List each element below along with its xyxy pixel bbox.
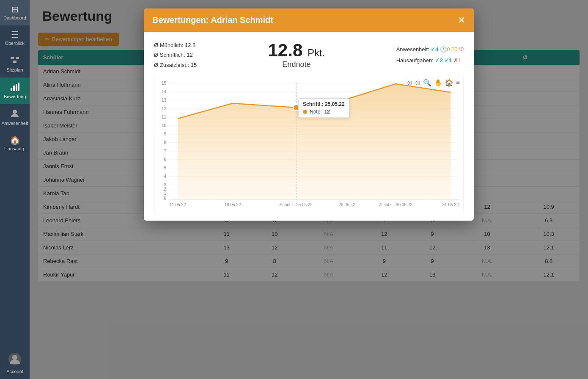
svg-text:28.05.22: 28.05.22 — [339, 202, 355, 207]
svg-rect-4 — [13, 86, 15, 91]
modal-title: Bewertungen: Adrian Schmidt — [152, 15, 273, 25]
hausaufg-icon: 🏠 — [10, 136, 20, 144]
sidebar-item-sitzplan[interactable]: Sitzplan — [0, 51, 30, 77]
zoom-out-icon[interactable]: ⊖ — [415, 79, 420, 87]
sidebar-item-anwesenheit[interactable]: Anwesenheit — [0, 104, 30, 131]
home-reset-icon[interactable]: 🏠 — [445, 79, 453, 87]
svg-rect-3 — [11, 88, 12, 91]
modal-close-button[interactable]: ✕ — [458, 16, 465, 25]
svg-text:0: 0 — [164, 196, 166, 201]
anwesenheit-clock-icon: 🕐0 — [440, 46, 450, 53]
anwesenheit-row: Anwesenheit: ✓4 🕐0 ?0 !0 — [396, 44, 464, 55]
stats-center: 12.8 Pkt. Endnote — [268, 41, 325, 69]
sidebar-label-dashboard: Dashboard — [3, 15, 26, 20]
svg-text:9: 9 — [164, 132, 166, 136]
pan-icon[interactable]: ✋ — [434, 79, 442, 87]
main-content: Bewertung ✏ Bewertungen bearbeiten Schül… — [30, 0, 588, 379]
svg-point-7 — [13, 110, 17, 114]
svg-text:7: 7 — [164, 149, 166, 153]
svg-text:8: 8 — [164, 140, 166, 145]
stat-zusatz: Ø Zusatzleist.: 15 — [154, 60, 197, 70]
svg-text:31.05.22: 31.05.22 — [442, 202, 459, 207]
sidebar: ⊞ Dashboard ☰ Überblick Sitzplan Bewertu… — [0, 0, 30, 379]
hausaufgaben-cross-icon: ✗1 — [453, 57, 461, 64]
bewertung-icon — [10, 83, 19, 92]
svg-marker-42 — [178, 84, 451, 200]
sidebar-item-dashboard[interactable]: ⊞ Dashboard — [0, 0, 30, 25]
sidebar-item-hausaufg[interactable]: 🏠 Hausaufg. — [0, 131, 30, 156]
search-zoom-icon[interactable]: 🔍 — [423, 79, 431, 87]
hausaufgaben-row: Hausaufgaben: ✓2 ✓1 ✗1 — [396, 55, 464, 66]
anwesenheit-icon — [10, 109, 19, 119]
stats-left: Ø Mündlich: 12.8 Ø Schriftlich: 12 Ø Zus… — [154, 40, 197, 70]
svg-text:Schriftl.: 25.05.22: Schriftl.: 25.05.22 — [280, 202, 313, 207]
sitzplan-icon — [10, 56, 20, 66]
endnote-label: Endnote — [268, 60, 325, 69]
sidebar-label-sitzplan: Sitzplan — [6, 67, 23, 72]
sidebar-label-account: Account — [6, 369, 23, 374]
sidebar-item-uberblick[interactable]: ☰ Überblick — [0, 25, 30, 51]
sidebar-item-bewertung[interactable]: Bewertung — [0, 77, 30, 104]
svg-text:1: 1 — [164, 191, 166, 196]
stats-right: Anwesenheit: ✓4 🕐0 ?0 !0 Hausaufgaben: ✓… — [396, 44, 464, 66]
anwesenheit-question-icon: ?0 — [451, 46, 457, 53]
svg-rect-2 — [13, 61, 16, 63]
svg-rect-5 — [16, 84, 17, 91]
uberblick-icon: ☰ — [11, 30, 19, 39]
score-unit: Pkt. — [308, 47, 325, 58]
account-icon — [8, 352, 22, 367]
svg-text:Zusatzl.: 30.05.22: Zusatzl.: 30.05.22 — [379, 202, 412, 207]
svg-rect-0 — [11, 57, 14, 59]
svg-text:10: 10 — [162, 123, 167, 128]
sidebar-item-account[interactable]: Account — [0, 347, 30, 379]
dashboard-icon: ⊞ — [11, 5, 19, 14]
sidebar-label-anwesenheit: Anwesenheit — [2, 121, 28, 126]
sidebar-label-hausaufg: Hausaufg. — [4, 146, 25, 151]
sidebar-label-bewertung: Bewertung — [4, 94, 26, 99]
svg-point-43 — [293, 105, 299, 111]
svg-text:5: 5 — [164, 166, 166, 170]
stat-schriftlich: Ø Schriftlich: 12 — [154, 50, 197, 60]
svg-text:12: 12 — [162, 106, 167, 111]
menu-icon[interactable]: ≡ — [456, 79, 460, 87]
anwesenheit-check-icon: ✓4 — [431, 46, 438, 53]
modal-body: Ø Mündlich: 12.8 Ø Schriftlich: 12 Ø Zus… — [144, 32, 474, 221]
svg-point-9 — [12, 355, 17, 360]
svg-rect-1 — [16, 57, 19, 59]
svg-text:6: 6 — [164, 157, 166, 162]
sidebar-label-uberblick: Überblick — [5, 41, 25, 46]
svg-text:4: 4 — [164, 174, 166, 179]
hausaufgaben-check2-icon: ✓1 — [444, 57, 452, 64]
modal-header: Bewertungen: Adrian Schmidt ✕ — [144, 8, 474, 32]
svg-text:11: 11 — [162, 115, 167, 119]
anwesenheit-exclaim-icon: !0 — [459, 46, 464, 53]
modal: Bewertungen: Adrian Schmidt ✕ Ø Mündlich… — [144, 8, 474, 221]
svg-text:18.05.22: 18.05.22 — [225, 202, 241, 207]
svg-text:14: 14 — [162, 89, 167, 94]
anwesenheit-label: Anwesenheit: — [396, 46, 429, 53]
svg-text:11.05.22: 11.05.22 — [170, 202, 186, 207]
svg-text:15: 15 — [162, 81, 167, 86]
hausaufgaben-label: Hausaufgaben: — [396, 57, 434, 64]
stat-muendlich: Ø Mündlich: 12.8 — [154, 40, 197, 50]
chart-svg: 15 14 13 12 11 10 9 8 7 6 5 4 3 2 — [154, 77, 463, 208]
score-value: 12.8 — [268, 40, 303, 60]
big-score: 12.8 Pkt. — [268, 41, 325, 59]
stats-row: Ø Mündlich: 12.8 Ø Schriftlich: 12 Ø Zus… — [154, 40, 464, 70]
hausaufgaben-check1-icon: ✓2 — [435, 57, 442, 64]
svg-rect-6 — [18, 83, 19, 91]
chart-container: ⊕ ⊖ 🔍 ✋ 🏠 ≡ — [154, 77, 464, 212]
modal-overlay: Bewertungen: Adrian Schmidt ✕ Ø Mündlich… — [30, 0, 588, 379]
chart-toolbar: ⊕ ⊖ 🔍 ✋ 🏠 ≡ — [407, 79, 460, 87]
svg-text:13: 13 — [162, 98, 167, 102]
zoom-in-icon[interactable]: ⊕ — [407, 79, 412, 87]
